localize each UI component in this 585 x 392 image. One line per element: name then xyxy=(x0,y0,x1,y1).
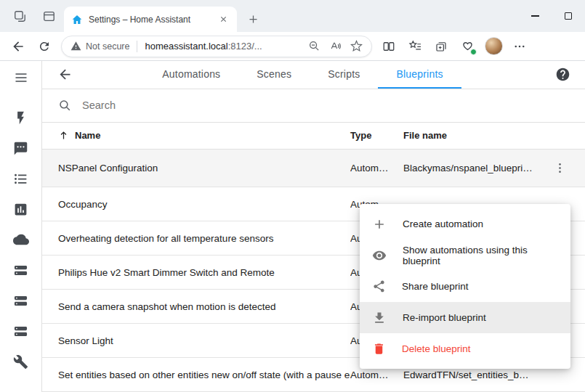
trash-icon xyxy=(372,342,386,356)
read-aloud-icon[interactable] xyxy=(329,40,342,52)
sort-ascending-icon xyxy=(58,130,69,141)
security-label[interactable]: Not secure xyxy=(86,41,129,52)
not-secure-warning-icon xyxy=(70,41,81,52)
minimize-button[interactable] xyxy=(518,0,552,32)
sidebar-item-cloud[interactable] xyxy=(0,224,41,255)
more-menu-icon[interactable] xyxy=(507,34,532,59)
column-header-file[interactable]: File name xyxy=(403,130,534,141)
browser-essentials-icon[interactable] xyxy=(455,34,480,59)
search-input[interactable] xyxy=(82,99,271,111)
search-icon xyxy=(58,99,72,113)
sidebar-item-tools[interactable] xyxy=(0,346,41,377)
maximize-button[interactable] xyxy=(552,0,585,32)
zoom-out-icon[interactable] xyxy=(308,40,320,52)
favorite-star-icon[interactable] xyxy=(350,40,363,52)
column-header-type[interactable]: Type xyxy=(350,130,403,141)
profile-avatar[interactable] xyxy=(481,34,506,59)
url-text[interactable]: homeassistant.local:8123/... xyxy=(145,41,299,52)
tab-scenes[interactable]: Scenes xyxy=(238,61,310,89)
share-icon xyxy=(372,279,386,293)
sidebar-menu-icon[interactable] xyxy=(0,61,41,94)
download-icon xyxy=(372,311,387,325)
ha-header: Automations Scenes Scripts Blueprints xyxy=(42,61,585,89)
row-overflow-menu-icon[interactable] xyxy=(546,155,573,181)
plus-icon xyxy=(372,217,387,232)
sidebar-item-server-3[interactable] xyxy=(0,316,41,346)
split-screen-icon[interactable] xyxy=(376,34,401,59)
tab-automations[interactable]: Automations xyxy=(144,61,238,89)
collections-icon[interactable] xyxy=(429,34,453,59)
home-assistant-favicon xyxy=(71,14,83,25)
sidebar-item-assist[interactable] xyxy=(0,133,41,163)
favorites-icon[interactable] xyxy=(403,34,427,59)
menu-item-delete-blueprint[interactable]: Delete blueprint xyxy=(360,333,570,364)
tab-blueprints[interactable]: Blueprints xyxy=(378,61,461,89)
table-header: Name Type File name xyxy=(42,123,585,150)
blueprint-context-menu: Create automation Show automations using… xyxy=(360,204,570,369)
tab-close-icon[interactable] xyxy=(217,13,230,26)
essentials-status-dot xyxy=(470,49,477,55)
menu-item-show-automations[interactable]: Show automations using this blueprint xyxy=(360,240,570,271)
ha-tab-bar: Automations Scenes Scripts Blueprints xyxy=(76,61,530,89)
tab-scripts[interactable]: Scripts xyxy=(310,61,378,89)
sidebar-item-server-2[interactable] xyxy=(0,285,41,316)
sidebar-item-server-1[interactable] xyxy=(0,255,41,285)
column-header-name[interactable]: Name xyxy=(58,130,350,141)
eye-icon xyxy=(372,248,387,263)
ha-back-button[interactable] xyxy=(54,64,76,86)
table-row[interactable]: NSPanel Configuration Autom… Blackymas/n… xyxy=(42,150,585,187)
tab-title: Settings – Home Assistant xyxy=(89,15,211,25)
sidebar-item-history[interactable] xyxy=(0,194,41,224)
back-button[interactable] xyxy=(6,34,31,59)
menu-item-create-automation[interactable]: Create automation xyxy=(360,208,570,240)
search-row xyxy=(42,89,585,123)
menu-item-reimport-blueprint[interactable]: Re-import blueprint xyxy=(360,302,570,333)
sidebar-item-logbook[interactable] xyxy=(0,163,41,194)
browser-tab[interactable]: Settings – Home Assistant xyxy=(64,7,237,32)
sidebar-item-energy[interactable] xyxy=(0,102,41,133)
browser-toolbar: Not secure homeassistant.local:8123/... xyxy=(0,32,585,61)
sidebar xyxy=(0,61,42,392)
address-bar[interactable]: Not secure homeassistant.local:8123/... xyxy=(61,36,372,57)
menu-item-share-blueprint[interactable]: Share blueprint xyxy=(360,271,570,302)
refresh-button[interactable] xyxy=(32,34,57,59)
help-icon[interactable] xyxy=(552,64,573,86)
tab-actions-icon[interactable] xyxy=(36,4,61,28)
browser-tab-strip: Settings – Home Assistant xyxy=(0,0,585,32)
new-tab-button[interactable] xyxy=(243,9,263,29)
workspaces-icon[interactable] xyxy=(7,4,32,28)
address-divider xyxy=(137,41,137,52)
